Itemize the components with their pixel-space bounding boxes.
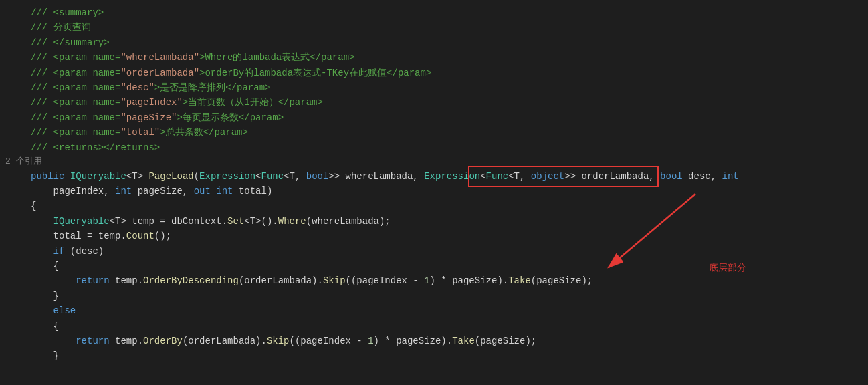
- code-line-2: /// 分页查询: [0, 20, 868, 35]
- code-line-5: /// <param name="orderLambada">orderBy的l…: [0, 66, 868, 80]
- code-line-return-asc: return temp.OrderBy(orderLambada).Skip((…: [0, 334, 868, 348]
- code-line-else-brace: {: [0, 319, 868, 334]
- code-line-8: /// <param name="pageSize">每页显示条数</param…: [0, 110, 868, 125]
- code-line-10: /// <returns></returns>: [0, 140, 868, 155]
- code-line-open-brace: {: [0, 199, 868, 213]
- code-line-3: /// </summary>: [0, 35, 868, 50]
- code-line-7: /// <param name="pageIndex">当前页数（从1开始）</…: [0, 95, 868, 110]
- code-line-6: /// <param name="desc">是否是降序排列</param>: [0, 80, 868, 95]
- code-line-method-sig2: pageIndex, int pageSize, out int total): [0, 184, 868, 199]
- code-line-else: else: [0, 303, 868, 318]
- code-line-close-else: }: [0, 348, 868, 363]
- code-line-if: if (desc): [0, 244, 868, 259]
- code-line-9: /// <param name="total">总共条数</param>: [0, 125, 868, 140]
- code-line-1: /// <summary>: [0, 5, 868, 20]
- code-line-iqueryable: IQueryable<T> temp = dbContext.Set<T>().…: [0, 214, 868, 229]
- code-container: /// <summary> /// 分页查询 /// </summary> //…: [0, 0, 868, 385]
- code-line-method-sig1: public IQueryable<T> PageLoad(Expression…: [0, 169, 868, 184]
- code-line-return-desc: return temp.OrderByDescending(orderLamba…: [0, 273, 868, 288]
- code-line-4: /// <param name="whereLambada">Where的lam…: [0, 50, 868, 65]
- ref-line: 2 个引用: [0, 155, 868, 169]
- code-line-close-if: }: [0, 289, 868, 303]
- code-line-total: total = temp.Count();: [0, 229, 868, 243]
- code-line-if-brace: {: [0, 259, 868, 273]
